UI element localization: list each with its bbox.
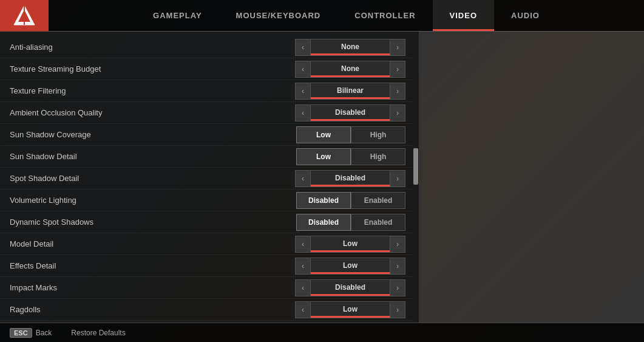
scrollbar-thumb[interactable]	[413, 148, 418, 185]
setting-label-sun_shadow_coverage: Sun Shadow Coverage	[10, 130, 296, 139]
setting-row-spot_shadow_detail: Spot Shadow Detail‹Disabled›	[0, 168, 413, 190]
setting-label-model_detail: Model Detail	[10, 239, 295, 248]
arrow-value-box-anti_aliasing: None	[311, 39, 390, 56]
toggle-control-dynamic_spot_shadows: DisabledEnabled	[296, 214, 405, 231]
arrow-control-effects_detail: ‹Low›	[295, 258, 405, 275]
arrow-left-impact_marks[interactable]: ‹	[295, 279, 311, 296]
arrow-left-texture_filtering[interactable]: ‹	[295, 83, 311, 100]
arrow-value-text-ragdolls: Low	[311, 302, 390, 313]
tab-controller[interactable]: CONTROLLER	[337, 0, 432, 31]
setting-label-sun_shadow_detail: Sun Shadow Detail	[10, 152, 296, 161]
setting-row-sun_shadow_coverage: Sun Shadow CoverageLowHigh	[0, 124, 413, 146]
arrow-value-text-spot_shadow_detail: Disabled	[311, 171, 390, 182]
top-navigation: GAMEPLAY MOUSE/KEYBOARD CONTROLLER VIDEO…	[0, 0, 644, 32]
setting-label-spot_shadow_detail: Spot Shadow Detail	[10, 174, 295, 183]
arrow-right-ragdolls[interactable]: ›	[390, 301, 405, 318]
setting-row-dynamic_spot_shadows: Dynamic Spot ShadowsDisabledEnabled	[0, 211, 413, 233]
setting-row-ambient_occlusion_quality: Ambient Occlusion Quality‹Disabled›	[0, 102, 413, 124]
arrow-right-texture_filtering[interactable]: ›	[390, 83, 405, 100]
back-button[interactable]: ESC Back	[10, 328, 52, 338]
arrow-control-spot_shadow_detail: ‹Disabled›	[295, 170, 405, 187]
scrollbar-area[interactable]	[413, 32, 419, 323]
arrow-value-bar-texture_filtering	[311, 97, 390, 99]
arrow-control-texture_filtering: ‹Bilinear›	[295, 83, 405, 100]
toggle-control-sun_shadow_detail: LowHigh	[296, 148, 405, 165]
setting-label-anti_aliasing: Anti-aliasing	[10, 43, 295, 52]
toggle-btn-sun_shadow_detail-high[interactable]: High	[351, 148, 405, 165]
toggle-btn-dynamic_spot_shadows-disabled[interactable]: Disabled	[296, 214, 351, 231]
toggle-btn-volumetric_lighting-disabled[interactable]: Disabled	[296, 192, 351, 209]
arrow-left-model_detail[interactable]: ‹	[295, 236, 311, 253]
arrow-control-model_detail: ‹Low›	[295, 236, 405, 253]
arrow-right-spot_shadow_detail[interactable]: ›	[390, 170, 405, 187]
restore-label: Restore Defaults	[71, 329, 125, 337]
setting-label-texture_streaming_budget: Texture Streaming Budget	[10, 64, 295, 74]
arrow-value-bar-texture_streaming_budget	[311, 75, 390, 77]
arrow-left-spot_shadow_detail[interactable]: ‹	[295, 170, 311, 187]
arrow-left-effects_detail[interactable]: ‹	[295, 258, 311, 275]
setting-row-model_detail: Model Detail‹Low›	[0, 233, 413, 255]
setting-row-sun_shadow_detail: Sun Shadow DetailLowHigh	[0, 146, 413, 168]
arrow-left-ambient_occlusion_quality[interactable]: ‹	[295, 104, 311, 121]
arrow-value-text-texture_streaming_budget: None	[311, 61, 390, 73]
setting-label-effects_detail: Effects Detail	[10, 261, 295, 270]
restore-defaults-button[interactable]: Restore Defaults	[71, 329, 125, 337]
arrow-value-box-effects_detail: Low	[311, 258, 390, 275]
arrow-left-texture_streaming_budget[interactable]: ‹	[295, 61, 311, 78]
setting-row-impact_marks: Impact Marks‹Disabled›	[0, 277, 413, 299]
setting-row-texture_filtering: Texture Filtering‹Bilinear›	[0, 80, 413, 102]
arrow-value-text-texture_filtering: Bilinear	[311, 83, 390, 95]
back-label: Back	[36, 329, 52, 337]
toggle-btn-dynamic_spot_shadows-enabled[interactable]: Enabled	[351, 214, 405, 231]
setting-label-impact_marks: Impact Marks	[10, 283, 295, 292]
esc-key: ESC	[10, 328, 32, 338]
arrow-value-box-texture_streaming_budget: None	[311, 61, 390, 78]
tab-audio[interactable]: AUDIO	[494, 0, 557, 31]
arrow-value-box-texture_filtering: Bilinear	[311, 83, 390, 100]
logo-area	[0, 0, 49, 32]
arrow-value-bar-impact_marks	[311, 294, 390, 296]
toggle-control-volumetric_lighting: DisabledEnabled	[296, 192, 405, 209]
bottom-bar: ESC Back Restore Defaults	[0, 323, 644, 342]
setting-label-texture_filtering: Texture Filtering	[10, 86, 295, 95]
toggle-btn-sun_shadow_coverage-high[interactable]: High	[351, 126, 405, 143]
main-content: Anti-aliasing‹None›Texture Streaming Bud…	[0, 32, 644, 323]
arrow-value-box-ragdolls: Low	[311, 301, 390, 318]
arrow-right-texture_streaming_budget[interactable]: ›	[390, 61, 405, 78]
arrow-left-ragdolls[interactable]: ‹	[295, 301, 311, 318]
arrow-right-ambient_occlusion_quality[interactable]: ›	[390, 104, 405, 121]
setting-row-effects_detail: Effects Detail‹Low›	[0, 255, 413, 277]
arrow-value-text-anti_aliasing: None	[311, 39, 390, 51]
arrow-value-text-effects_detail: Low	[311, 258, 390, 270]
tab-gameplay[interactable]: GAMEPLAY	[136, 0, 219, 31]
arrow-value-bar-model_detail	[311, 250, 390, 252]
arrow-control-texture_streaming_budget: ‹None›	[295, 61, 405, 78]
arrow-control-anti_aliasing: ‹None›	[295, 39, 405, 56]
arrow-value-box-model_detail: Low	[311, 236, 390, 253]
arrow-value-box-ambient_occlusion_quality: Disabled	[311, 104, 390, 121]
toggle-btn-sun_shadow_detail-low[interactable]: Low	[296, 148, 351, 165]
arrow-value-bar-effects_detail	[311, 272, 390, 274]
arrow-value-bar-ragdolls	[311, 316, 390, 318]
setting-label-dynamic_spot_shadows: Dynamic Spot Shadows	[10, 217, 296, 227]
nav-tabs: GAMEPLAY MOUSE/KEYBOARD CONTROLLER VIDEO…	[49, 0, 644, 31]
arrow-value-text-ambient_occlusion_quality: Disabled	[311, 105, 390, 117]
toggle-btn-sun_shadow_coverage-low[interactable]: Low	[296, 126, 351, 143]
arrow-control-impact_marks: ‹Disabled›	[295, 279, 405, 296]
arrow-right-effects_detail[interactable]: ›	[390, 258, 405, 275]
arrow-value-bar-anti_aliasing	[311, 53, 390, 55]
tab-mouse-keyboard[interactable]: MOUSE/KEYBOARD	[219, 0, 338, 31]
arrow-value-bar-ambient_occlusion_quality	[311, 119, 390, 121]
tab-video[interactable]: VIDEO	[433, 0, 494, 31]
arrow-control-ragdolls: ‹Low›	[295, 301, 405, 318]
toggle-btn-volumetric_lighting-enabled[interactable]: Enabled	[351, 192, 405, 209]
arrow-value-box-spot_shadow_detail: Disabled	[311, 170, 390, 187]
setting-row-volumetric_lighting: Volumetric LightingDisabledEnabled	[0, 190, 413, 211]
arrow-value-bar-spot_shadow_detail	[311, 185, 390, 186]
arrow-right-impact_marks[interactable]: ›	[390, 279, 405, 296]
arrow-right-model_detail[interactable]: ›	[390, 236, 405, 253]
arrow-left-anti_aliasing[interactable]: ‹	[295, 39, 311, 56]
arrow-right-anti_aliasing[interactable]: ›	[390, 39, 405, 56]
arrow-value-box-impact_marks: Disabled	[311, 279, 390, 296]
arrow-control-ambient_occlusion_quality: ‹Disabled›	[295, 104, 405, 121]
